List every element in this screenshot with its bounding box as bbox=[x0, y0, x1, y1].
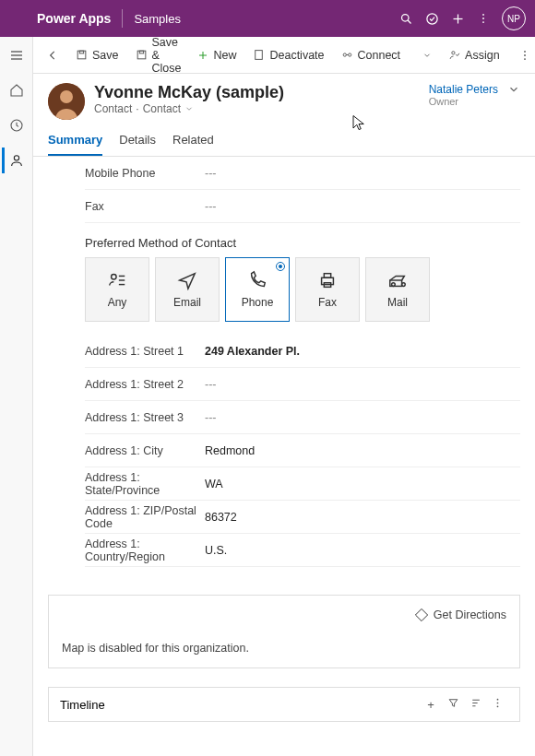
svg-point-45 bbox=[496, 705, 498, 707]
overflow-icon[interactable] bbox=[511, 45, 535, 65]
radio-icon bbox=[276, 262, 285, 271]
tile-phone[interactable]: Phone bbox=[225, 257, 290, 322]
svg-point-7 bbox=[482, 21, 484, 23]
svg-point-6 bbox=[482, 18, 484, 19]
state-value[interactable]: WA bbox=[205, 478, 223, 490]
street1-label: Address 1: Street 1 bbox=[85, 345, 205, 358]
form-tabs: Summary Details Related bbox=[33, 120, 535, 157]
svg-point-0 bbox=[401, 14, 409, 21]
tile-fax[interactable]: Fax bbox=[295, 257, 360, 322]
expand-header-icon[interactable] bbox=[507, 83, 520, 96]
save-button[interactable]: Save bbox=[68, 45, 126, 65]
svg-point-44 bbox=[496, 703, 498, 704]
svg-point-21 bbox=[348, 53, 351, 56]
svg-point-23 bbox=[452, 52, 455, 54]
back-button[interactable] bbox=[39, 45, 66, 65]
area-name[interactable]: Samples bbox=[134, 12, 181, 26]
app-title: Power Apps bbox=[9, 11, 111, 26]
get-directions-button[interactable]: Get Directions bbox=[415, 608, 506, 621]
mobile-label: Mobile Phone bbox=[85, 167, 205, 180]
mobile-value[interactable]: --- bbox=[205, 167, 217, 180]
more-icon[interactable] bbox=[470, 6, 496, 31]
owner-field[interactable]: Natalie Peters Owner bbox=[429, 83, 498, 107]
svg-point-5 bbox=[482, 14, 484, 16]
street2-label: Address 1: Street 2 bbox=[85, 378, 205, 391]
svg-rect-13 bbox=[77, 51, 86, 59]
record-title: Yvonne McKay (sample) bbox=[94, 83, 429, 102]
entity-label: Contact bbox=[94, 102, 132, 115]
connect-dropdown[interactable] bbox=[415, 47, 439, 64]
hamburger-icon[interactable] bbox=[4, 42, 30, 68]
city-value[interactable]: Redmond bbox=[205, 444, 255, 457]
timeline-section: Timeline + bbox=[48, 687, 520, 722]
street1-value[interactable]: 249 Alexander Pl. bbox=[205, 345, 300, 358]
country-label: Address 1: Country/Region bbox=[85, 537, 205, 563]
country-value[interactable]: U.S. bbox=[205, 544, 227, 557]
city-label: Address 1: City bbox=[85, 444, 205, 457]
svg-point-24 bbox=[524, 50, 526, 52]
user-avatar[interactable]: NP bbox=[502, 6, 526, 30]
street2-value[interactable]: --- bbox=[205, 378, 217, 391]
street3-label: Address 1: Street 3 bbox=[85, 411, 205, 424]
zip-value[interactable]: 86372 bbox=[205, 511, 237, 524]
tile-mail[interactable]: Mail bbox=[365, 257, 430, 322]
fax-label: Fax bbox=[85, 200, 205, 213]
svg-rect-33 bbox=[322, 278, 334, 284]
command-bar: Save Save & Close New Deactivate Connect… bbox=[33, 37, 535, 74]
search-icon[interactable] bbox=[393, 6, 419, 31]
svg-point-25 bbox=[524, 54, 526, 56]
svg-point-2 bbox=[426, 13, 436, 23]
svg-point-20 bbox=[343, 53, 346, 56]
directions-icon bbox=[415, 608, 428, 621]
svg-rect-34 bbox=[324, 274, 330, 278]
contact-method-tiles: Any Email Phone Fax Mail bbox=[85, 257, 520, 322]
contact-avatar bbox=[48, 83, 85, 120]
pref-contact-label: Preferred Method of Contact bbox=[85, 223, 520, 257]
svg-point-26 bbox=[524, 58, 526, 60]
svg-rect-19 bbox=[256, 51, 263, 60]
tab-details[interactable]: Details bbox=[119, 133, 156, 156]
timeline-more-icon[interactable] bbox=[486, 697, 508, 712]
svg-rect-39 bbox=[415, 608, 427, 620]
map-card: Get Directions Map is disabled for this … bbox=[48, 595, 520, 668]
street3-value[interactable]: --- bbox=[205, 411, 217, 424]
svg-point-28 bbox=[60, 90, 73, 103]
site-nav bbox=[0, 37, 33, 756]
chevron-down-icon[interactable] bbox=[184, 104, 194, 113]
record-header: Yvonne McKay (sample) Contact · Contact … bbox=[33, 74, 535, 120]
tab-related[interactable]: Related bbox=[172, 133, 214, 156]
connect-button[interactable]: Connect bbox=[334, 45, 409, 65]
recent-icon[interactable] bbox=[4, 112, 30, 138]
new-button[interactable]: New bbox=[190, 45, 244, 65]
tile-any[interactable]: Any bbox=[85, 257, 149, 322]
svg-point-43 bbox=[496, 699, 498, 701]
state-label: Address 1: State/Province bbox=[85, 471, 205, 497]
add-icon[interactable] bbox=[445, 6, 470, 31]
svg-point-38 bbox=[392, 283, 396, 287]
timeline-add-icon[interactable]: + bbox=[420, 698, 442, 712]
map-disabled-msg: Map is disabled for this organization. bbox=[62, 621, 506, 655]
svg-rect-15 bbox=[137, 51, 146, 59]
divider bbox=[122, 9, 123, 28]
deactivate-button[interactable]: Deactivate bbox=[245, 45, 331, 65]
svg-rect-16 bbox=[139, 51, 143, 53]
timeline-filter-icon[interactable] bbox=[442, 697, 464, 712]
svg-line-1 bbox=[408, 20, 410, 23]
form-content: Mobile Phone--- Fax--- Preferred Method … bbox=[33, 157, 535, 756]
svg-point-12 bbox=[14, 156, 18, 160]
home-icon[interactable] bbox=[4, 77, 30, 103]
svg-point-29 bbox=[112, 275, 117, 280]
svg-rect-14 bbox=[79, 51, 83, 53]
tab-summary[interactable]: Summary bbox=[48, 133, 102, 156]
task-icon[interactable] bbox=[419, 6, 445, 31]
fax-value[interactable]: --- bbox=[205, 200, 217, 213]
save-close-button[interactable]: Save & Close bbox=[128, 37, 189, 78]
contacts-icon[interactable] bbox=[2, 148, 28, 173]
timeline-title: Timeline bbox=[60, 698, 105, 712]
timeline-sort-icon[interactable] bbox=[464, 697, 486, 712]
form-selector[interactable]: Contact bbox=[143, 102, 181, 115]
assign-button[interactable]: Assign bbox=[441, 45, 507, 65]
tile-email[interactable]: Email bbox=[155, 257, 220, 322]
zip-label: Address 1: ZIP/Postal Code bbox=[85, 504, 205, 530]
app-header: Power Apps Samples NP bbox=[0, 0, 535, 37]
